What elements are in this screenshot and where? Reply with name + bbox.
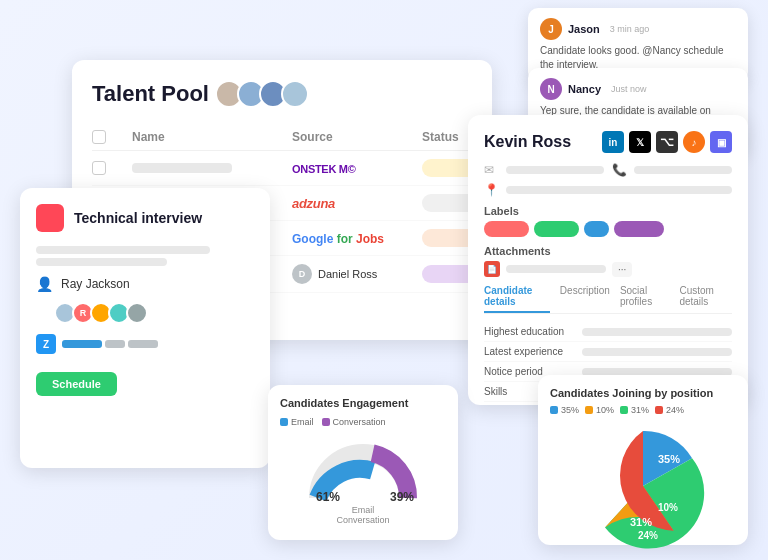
svg-text:35%: 35%	[658, 453, 680, 465]
labels-title: Labels	[484, 205, 732, 217]
z-badge-row: Z	[36, 334, 254, 354]
email-icon: ✉	[484, 163, 498, 177]
attachments-title: Attachments	[484, 245, 732, 257]
social-icon-4[interactable]: ♪	[683, 131, 705, 153]
candidate-tabs[interactable]: Candidate details Description Social pro…	[484, 285, 732, 314]
source-person: D Daniel Ross	[292, 264, 422, 284]
education-value	[582, 328, 732, 336]
engagement-sub-label: EmailConversation	[280, 505, 446, 525]
pdf-icon: 📄	[484, 261, 500, 277]
z-icon: Z	[36, 334, 56, 354]
engagement-title: Candidates Engagement	[280, 397, 446, 409]
avatar-4	[281, 80, 309, 108]
label-chip-purple	[614, 221, 664, 237]
engagement-card: Candidates Engagement Email Conversation…	[268, 385, 458, 540]
label-chip-red	[484, 221, 529, 237]
col-name: Name	[132, 130, 292, 144]
person-name: Daniel Ross	[318, 268, 377, 280]
tech-title: Technical interview	[74, 210, 202, 226]
education-label: Highest education	[484, 326, 574, 337]
joining-title: Candidates Joining by position	[550, 387, 736, 399]
kevin-email-row: ✉ 📞	[484, 163, 732, 177]
legend-dot-2	[585, 406, 593, 414]
table-row: ONSTEK M©	[92, 151, 472, 186]
assigned-person-row: 👤 Ray Jackson	[36, 276, 254, 292]
label-chip-blue	[584, 221, 609, 237]
joining-card: Candidates Joining by position 35% 10% 3…	[538, 375, 748, 545]
label-chip-green	[534, 221, 579, 237]
source-monster: ONSTEK M©	[292, 163, 355, 175]
svg-text:39%: 39%	[390, 490, 414, 503]
experience-value	[582, 348, 732, 356]
legend-dot-4	[655, 406, 663, 414]
kevin-location-row: 📍	[484, 183, 732, 197]
tab-candidate-details[interactable]: Candidate details	[484, 285, 550, 313]
github-icon[interactable]: ⌥	[656, 131, 678, 153]
legend-dot-email	[280, 418, 288, 426]
experience-label: Latest experience	[484, 346, 574, 357]
legend-dot-conversation	[322, 418, 330, 426]
chat-avatar-nancy: N	[540, 78, 562, 100]
row-checkbox[interactable]	[92, 161, 106, 175]
experience-row: Latest experience	[484, 342, 732, 362]
labels-row	[484, 221, 732, 237]
kevin-ross-card: Kevin Ross in 𝕏 ⌥ ♪ ▣ ✉ 📞 📍 Labels Attac…	[468, 115, 748, 405]
participant-avatars: R	[36, 302, 254, 324]
labels-section: Labels	[484, 205, 732, 237]
chat-name-1: Jason	[568, 23, 600, 35]
svg-text:31%: 31%	[630, 516, 652, 528]
tech-icon	[36, 204, 64, 232]
legend-email: Email	[280, 417, 314, 427]
engagement-legend: Email Conversation	[280, 417, 446, 427]
legend-item-1: 35%	[550, 405, 579, 415]
chat-avatar-jason: J	[540, 18, 562, 40]
attachment-skeleton	[506, 265, 606, 273]
donut-chart: 61% 39%	[298, 433, 428, 503]
source-google: Google for Jobs	[292, 232, 384, 246]
location-icon: 📍	[484, 183, 498, 197]
chat-time-2: Just now	[611, 84, 647, 94]
tab-description[interactable]: Description	[560, 285, 610, 313]
table-header: Name Source Status	[92, 124, 472, 151]
tab-social-profiles[interactable]: Social profiles	[620, 285, 670, 313]
social-icon-5[interactable]: ▣	[710, 131, 732, 153]
legend-item-4: 24%	[655, 405, 684, 415]
linkedin-icon[interactable]: in	[602, 131, 624, 153]
person-avatar: D	[292, 264, 312, 284]
svg-text:61%: 61%	[316, 490, 340, 503]
chat-name-2: Nancy	[568, 83, 601, 95]
legend-conversation: Conversation	[322, 417, 386, 427]
tech-footer: Schedule	[36, 362, 254, 396]
legend-dot-1	[550, 406, 558, 414]
attachment-row: 📄 ···	[484, 261, 732, 277]
talent-pool-avatars	[221, 80, 309, 108]
attachment-action-button[interactable]: ···	[612, 262, 632, 277]
z-bars	[62, 340, 158, 348]
talent-pool-title: Talent Pool	[92, 81, 209, 107]
phone-icon: 📞	[612, 163, 626, 177]
person-name: Ray Jackson	[61, 277, 130, 291]
person-icon: 👤	[36, 276, 53, 292]
schedule-button[interactable]: Schedule	[36, 372, 117, 396]
col-source: Source	[292, 130, 422, 144]
attachments-section: Attachments 📄 ···	[484, 245, 732, 277]
pie-chart: 35% 31% 24% 10%	[578, 421, 708, 551]
technical-interview-card: Technical interview 👤 Ray Jackson R Z Sc…	[20, 188, 270, 468]
legend-item-3: 31%	[620, 405, 649, 415]
tab-custom-details[interactable]: Custom details	[679, 285, 732, 313]
svg-text:10%: 10%	[658, 502, 678, 513]
chat-time-1: 3 min ago	[610, 24, 650, 34]
kevin-name: Kevin Ross	[484, 133, 571, 151]
header-checkbox[interactable]	[92, 130, 106, 144]
legend-dot-3	[620, 406, 628, 414]
joining-legend: 35% 10% 31% 24%	[550, 405, 736, 415]
education-row: Highest education	[484, 322, 732, 342]
participant-avatar	[126, 302, 148, 324]
social-icons-group: in 𝕏 ⌥ ♪ ▣	[602, 131, 732, 153]
x-icon[interactable]: 𝕏	[629, 131, 651, 153]
svg-text:24%: 24%	[638, 530, 658, 541]
source-adzuna: adzuna	[292, 196, 335, 211]
legend-item-2: 10%	[585, 405, 614, 415]
